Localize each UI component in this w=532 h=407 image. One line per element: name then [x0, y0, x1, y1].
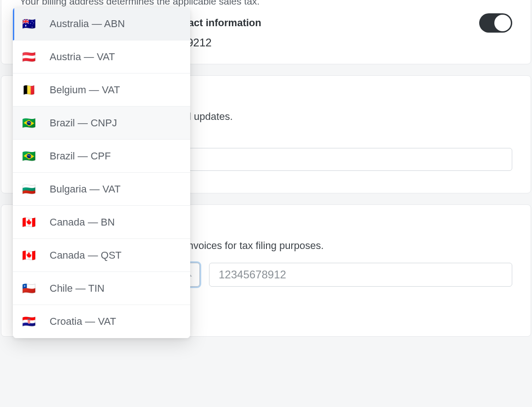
dropdown-item[interactable]: 🇨🇦Canada — QST [13, 239, 190, 272]
dropdown-item[interactable]: 🇧🇷Brazil — CNPJ [13, 107, 190, 140]
flag-icon: 🇧🇷 [22, 117, 36, 130]
dropdown-item[interactable]: 🇨🇦Canada — BN [13, 206, 190, 239]
dropdown-item[interactable]: 🇦🇹Austria — VAT [13, 40, 190, 73]
flag-icon: 🇭🇷 [22, 315, 36, 328]
toggle-knob [494, 15, 511, 31]
flag-icon: 🇦🇹 [22, 51, 36, 63]
dropdown-item-label: Chile — TIN [50, 283, 104, 294]
dropdown-item-label: Belgium — VAT [50, 84, 120, 96]
billing-helper-text: Your billing address determines the appl… [20, 0, 512, 7]
dropdown-item[interactable]: 🇦🇺Australia — ABN [13, 7, 190, 40]
tax-country-dropdown[interactable]: 🇦🇺Australia — ABN🇦🇹Austria — VAT🇧🇪Belgiu… [13, 7, 190, 338]
dropdown-item-label: Brazil — CPF [50, 150, 111, 162]
flag-icon: 🇧🇷 [22, 150, 36, 163]
dropdown-item[interactable]: 🇧🇬Bulgaria — VAT [13, 173, 190, 206]
flag-icon: 🇨🇱 [22, 282, 36, 295]
dropdown-item[interactable]: 🇭🇷Croatia — VAT [13, 305, 190, 338]
flag-icon: 🇨🇦 [22, 249, 36, 262]
dropdown-item-label: Brazil — CNPJ [50, 117, 117, 129]
dropdown-item[interactable]: 🇧🇷Brazil — CPF [13, 140, 190, 173]
flag-icon: 🇧🇬 [22, 183, 36, 196]
tax-id-input[interactable] [209, 263, 512, 287]
dropdown-item-label: Croatia — VAT [50, 316, 116, 328]
dropdown-item-label: Bulgaria — VAT [50, 183, 120, 195]
dropdown-item-label: Canada — BN [50, 216, 115, 228]
dropdown-item[interactable]: 🇨🇱Chile — TIN [13, 272, 190, 305]
billing-same-as-contact-toggle[interactable] [479, 13, 512, 33]
dropdown-item-label: Australia — ABN [50, 18, 125, 30]
dropdown-item-label: Canada — QST [50, 249, 122, 261]
flag-icon: 🇨🇦 [22, 216, 36, 229]
flag-icon: 🇦🇺 [22, 17, 36, 30]
dropdown-item[interactable]: 🇧🇪Belgium — VAT [13, 73, 190, 107]
flag-icon: 🇧🇪 [22, 84, 36, 96]
dropdown-item-label: Austria — VAT [50, 51, 115, 63]
